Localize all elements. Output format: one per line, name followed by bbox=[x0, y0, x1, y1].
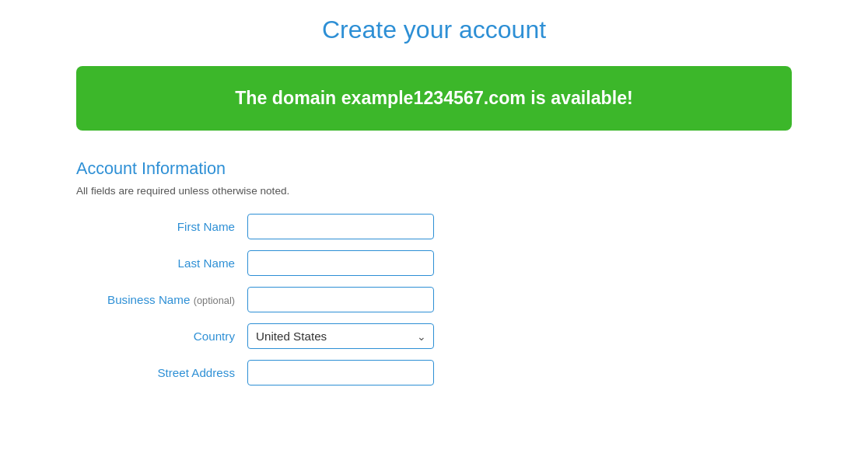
section-title: Account Information bbox=[76, 159, 792, 179]
availability-banner-text: The domain example1234567.com is availab… bbox=[235, 88, 633, 108]
last-name-group: Last Name bbox=[76, 250, 792, 276]
first-name-label: First Name bbox=[76, 220, 247, 233]
street-address-input[interactable] bbox=[247, 360, 434, 385]
street-address-group: Street Address bbox=[76, 360, 792, 385]
last-name-label: Last Name bbox=[76, 256, 247, 270]
business-name-optional: (optional) bbox=[194, 295, 235, 306]
last-name-input[interactable] bbox=[247, 250, 434, 276]
first-name-input[interactable] bbox=[247, 214, 434, 239]
business-name-label: Business Name (optional) bbox=[76, 293, 247, 306]
page-title: Create your account bbox=[76, 16, 792, 44]
street-address-label: Street Address bbox=[76, 366, 247, 379]
country-label: Country bbox=[76, 330, 247, 343]
country-select[interactable]: United States Canada United Kingdom Aust… bbox=[247, 323, 434, 349]
business-name-input[interactable] bbox=[247, 287, 434, 312]
availability-banner: The domain example1234567.com is availab… bbox=[76, 66, 792, 131]
first-name-group: First Name bbox=[76, 214, 792, 239]
required-note: All fields are required unless otherwise… bbox=[76, 185, 792, 197]
country-select-wrapper: United States Canada United Kingdom Aust… bbox=[247, 323, 434, 349]
country-group: Country United States Canada United King… bbox=[76, 323, 792, 349]
business-name-group: Business Name (optional) bbox=[76, 287, 792, 312]
